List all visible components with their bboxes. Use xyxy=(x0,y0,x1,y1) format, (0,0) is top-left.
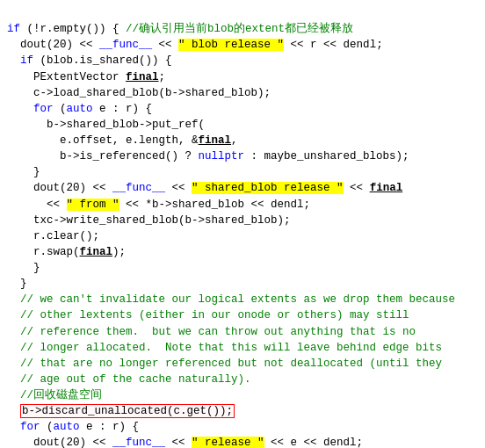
line-4: PExtentVector final; xyxy=(7,71,165,83)
line-23: // age out of the cache naturally). xyxy=(7,373,251,386)
line-19: // other lextents (either in our onode o… xyxy=(7,309,409,322)
line-5: c->load_shared_blob(b->shared_blob); xyxy=(7,87,271,99)
line-9: b->is_referenced() ? nullptr : maybe_uns… xyxy=(7,150,409,163)
line-16: } xyxy=(7,262,40,274)
code-editor: if (!r.empty()) { //确认引用当前blob的extent都已经… xyxy=(0,0,485,448)
line-14: r.clear(); xyxy=(7,230,99,242)
line-18: // we can't invalidate our logical exten… xyxy=(7,293,455,306)
line-7: b->shared_blob->put_ref( xyxy=(7,119,205,131)
line-25: b->discard_unallocated(c.get()); xyxy=(7,404,235,418)
line-26: for (auto e : r) { xyxy=(7,421,139,433)
line-15: r.swap(final); xyxy=(7,246,126,258)
line-24: //回收磁盘空间 xyxy=(7,389,102,401)
line-27: dout(20) << __func__ << " release " << e… xyxy=(7,437,363,448)
line-8: e.offset, e.length, &final, xyxy=(7,134,238,147)
line-13: txc->write_shared_blob(b->shared_blob); xyxy=(7,214,291,227)
line-10: } xyxy=(7,166,40,178)
line-1: if (!r.empty()) { //确认引用当前blob的extent都已经… xyxy=(7,23,353,35)
line-22: // that are no longer referenced but not… xyxy=(7,358,442,370)
line-6: for (auto e : r) { xyxy=(7,103,152,115)
line-3: if (blob.is_shared()) { xyxy=(7,54,172,67)
line-21: // longer allocated. Note that this will… xyxy=(7,342,442,354)
line-17: } xyxy=(7,278,27,290)
line-2: dout(20) << __func__ << " blob release "… xyxy=(7,39,383,51)
line-11: dout(20) << __func__ << " shared_blob re… xyxy=(7,182,402,194)
line-12: << " from " << *b->shared_blob << dendl; xyxy=(7,199,310,211)
line-20: // reference them. but we can throw out … xyxy=(7,326,416,338)
